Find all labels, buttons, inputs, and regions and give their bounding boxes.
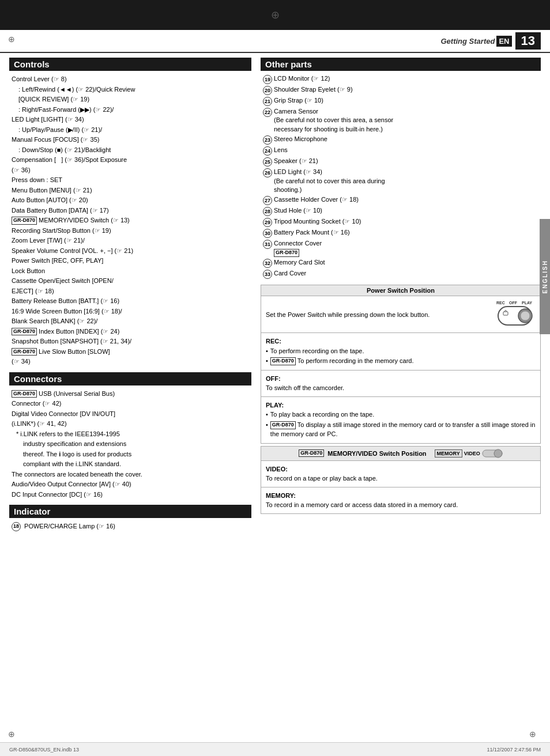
other-parts-header: Other parts [261,58,541,71]
memory-text: To record in a memory card or access dat… [266,500,536,510]
ctrl-item-12: GR-D870 MEMORY/VIDEO Switch (☞ 13) [12,216,249,225]
conn-note-3: thereof. The i logo is used for products [12,449,249,459]
ctrl-item-22: Snapshot Button [SNAPSHOT] (☞ 21, 34)/ [12,337,249,346]
svg-rect-6 [503,312,508,315]
ctrl-item-17: Lock Button [12,266,249,276]
ctrl-item-2: : Left/Rewind (◄◄) (☞ 22)/Quick Review [12,85,249,94]
bottom-date: 11/12/2007 2:47:56 PM [487,747,541,753]
other-item-23: 23 Stereo Microphone [263,135,538,145]
other-item-24: 24 Lens [263,146,538,156]
other-item-30: 30 Battery Pack Mount (☞ 16) [263,228,538,238]
page: ⊕ Getting Started EN 13 Controls Control… [0,0,550,756]
ctrl-item-19: Battery Release Button [BATT.] (☞ 16) [12,296,249,306]
play-label: PLAY: [266,400,536,410]
ctrl-item-18: Cassette Open/Eject Switch [OPEN/ [12,276,249,286]
page-number: 13 [515,32,541,50]
ctrl-item-7c: (☞ 36) [12,165,249,175]
power-switch-box: Power Switch Position Set the Power Swit… [261,285,541,444]
ctrl-item-16: Power Switch [REC, OFF, PLAY] [12,256,249,266]
bottom-filename: GR-D850&870US_EN.indb 13 [9,747,79,753]
rec-bullet-1: • To perform recording on the tape. [266,346,536,356]
ctrl-item-5: : Up/Play/Pause (▶/II) (☞ 21)/ [12,125,249,135]
power-switch-description: Set the Power Switch while pressing down… [266,311,491,318]
conn-note-2: industry specification and extensions [12,439,249,449]
num-26: 26 [263,168,272,177]
other-item-27: 27 Cassette Holder Cover (☞ 18) [263,195,538,205]
svg-point-8 [494,449,502,458]
num-28: 28 [263,207,272,216]
corner-mark-bl: ⊕ [8,729,15,739]
conn-item-4: Audio/Video Output Connector [AV] (☞ 40) [12,479,249,489]
svg-text:REC: REC [496,301,505,305]
ind-item-1: 18 POWER/CHARGE Lamp (☞ 16) [12,521,249,531]
conn-item-2: Digital Video Connector [DV IN/OUT] [12,409,249,419]
conn-item-3: The connectors are located beneath the c… [12,470,249,479]
ctrl-item-1: Control Lever (☞ 8) [12,74,249,84]
memory-section: MEMORY: To record in a memory card or ac… [261,487,540,513]
num-30: 30 [263,229,272,238]
other-item-31: 31 Connector CoverGR-D870 [263,239,538,257]
svg-point-5 [521,311,530,320]
other-item-25: 25 Speaker (☞ 21) [263,157,538,167]
num-33: 33 [263,270,272,279]
power-switch-header: Power Switch Position [261,285,540,296]
ctrl-item-7: : Down/Stop (■) (☞ 21)/Backlight [12,145,249,155]
video-label-small: VIDEO [464,451,480,456]
ctrl-item-8: Press down : SET [12,175,249,185]
conn-item-2b: (i.LINK*) (☞ 41, 42) [12,419,249,429]
corner-mark-tl: ⊕ [8,35,15,44]
num-24: 24 [263,146,272,156]
other-item-21: 21 Grip Strap (☞ 10) [263,96,538,106]
memory-label-text: MEMORY: [266,491,536,501]
num-31: 31 [263,240,272,249]
video-text: To record on a tape or play back a tape. [266,474,536,483]
conn-note-4: compliant with the i.LINK standard. [12,459,249,469]
grd870-badge-7: GR-D870 [270,421,296,429]
video-section: VIDEO: To record on a tape or play back … [261,461,540,487]
page-header: Getting Started EN 13 [0,30,550,53]
other-item-20: 20 Shoulder Strap Eyelet (☞ 9) [263,85,538,95]
power-switch-svg: REC OFF PLAY [495,298,536,330]
num-circle-18: 18 [12,522,21,531]
power-switch-diagram: Set the Power Switch while pressing down… [261,296,540,332]
grd870-badge-5: GR-D870 [274,249,299,257]
ctrl-item-6: Manual Focus [FOCUS] (☞ 35) [12,135,249,145]
mv-switch-header: GR-D870 MEMORY/VIDEO Switch Position MEM… [261,447,540,461]
main-content: Controls Control Lever (☞ 8) : Left/Rewi… [0,53,550,536]
rec-section: REC: • To perform recording on the tape.… [261,332,540,370]
mv-switch-visual: MEMORY VIDEO [435,448,503,459]
video-label: VIDEO: [266,464,536,474]
top-bar: ⊕ [0,0,550,30]
other-parts-content: 19 LCD Monitor (☞ 12) 20 Shoulder Strap … [261,74,541,279]
ctrl-item-2b: [QUICK REVIEW] (☞ 19) [12,94,249,104]
mv-switch-box: GR-D870 MEMORY/VIDEO Switch Position MEM… [261,446,541,514]
grd870-badge-2: GR-D870 [12,328,37,336]
ctrl-item-23: GR-D870 Live Slow Button [SLOW] [12,347,249,357]
grd870-badge-3: GR-D870 [12,348,37,356]
off-text: To switch off the camcorder. [266,383,536,393]
ctrl-item-20b: Blank Search [BLANK] (☞ 22)/ [12,316,249,326]
num-32: 32 [263,259,272,268]
indicator-content: 18 POWER/CHARGE Lamp (☞ 16) [9,521,251,531]
left-column: Controls Control Lever (☞ 8) : Left/Rewi… [9,58,251,532]
connectors-content: GR-D870 USB (Universal Serial Bus) Conne… [9,389,251,500]
controls-content: Control Lever (☞ 8) : Left/Rewind (◄◄) (… [9,74,251,366]
ctrl-item-4: LED Light [LIGHT] (☞ 34) [12,115,249,124]
conn-item-1: GR-D870 USB (Universal Serial Bus) [12,389,249,399]
num-22: 22 [263,108,272,117]
ctrl-item-15: Speaker Volume Control [VOL. +, −] (☞ 21… [12,246,249,256]
other-item-29: 29 Tripod Mounting Socket (☞ 10) [263,217,538,227]
ctrl-item-9: Menu Button [MENU] (☞ 21) [12,186,249,195]
off-label: OFF: [266,374,536,384]
power-switch-visual: REC OFF PLAY [495,298,536,330]
crosshair-top: ⊕ [271,9,280,21]
right-column: Other parts 19 LCD Monitor (☞ 12) 20 Sho… [261,58,541,532]
toggle-svg [482,448,503,459]
ctrl-item-11: Data Battery Button [DATA] (☞ 17) [12,206,249,216]
num-23: 23 [263,135,272,145]
conn-item-1b: Connector (☞ 42) [12,399,249,409]
num-27: 27 [263,196,272,205]
other-item-33: 33 Card Cover [263,269,538,279]
ctrl-item-23b: (☞ 34) [12,357,249,366]
other-item-28: 28 Stud Hole (☞ 10) [263,206,538,216]
